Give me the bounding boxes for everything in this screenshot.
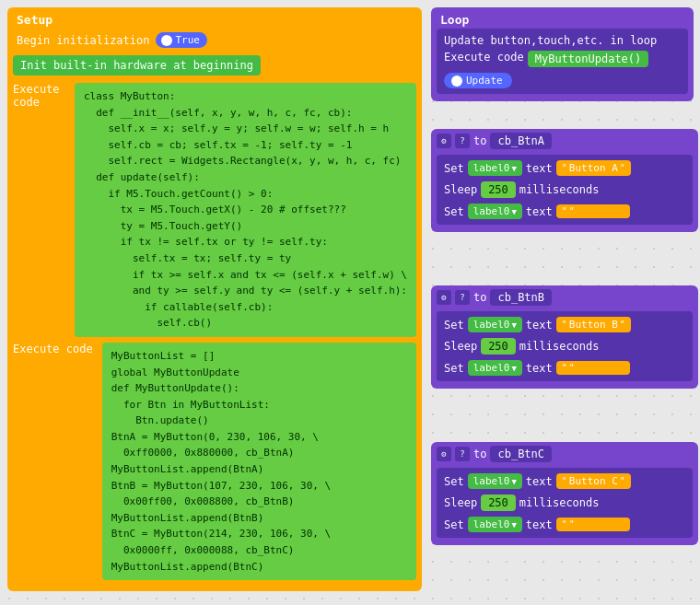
- func-header-c: ⚙ ? to cb_BtnC: [437, 446, 693, 462]
- dropdown-arrow-a2: ▼: [511, 207, 516, 216]
- sleep-row-a: Sleep 250 milliseconds: [444, 181, 685, 198]
- quote-c2-open: ": [562, 519, 567, 529]
- loop-title: Loop: [437, 11, 688, 29]
- loop-exec-row: Execute code MyButtonUpdate(): [444, 51, 681, 67]
- var-dropdown-b1[interactable]: label0 ▼: [468, 317, 522, 332]
- quote-a1-open: ": [562, 163, 567, 173]
- quote-a2-open: ": [562, 206, 567, 216]
- func-name-c[interactable]: cb_BtnC: [490, 446, 552, 462]
- question-icon-a: ?: [455, 134, 470, 148]
- toggle-circle: [161, 35, 172, 46]
- var-name-b2: label0: [473, 362, 510, 374]
- loop-inner: Update button,touch,etc. in loop Execute…: [437, 29, 688, 94]
- sleep-label-c: Sleep: [444, 496, 477, 509]
- set-label-b1: Set: [444, 319, 464, 332]
- set-row-c1: Set label0 ▼ text " Button C ": [444, 473, 685, 489]
- sleep-value-b[interactable]: 250: [481, 338, 516, 355]
- set-label-b2: Set: [444, 362, 464, 375]
- set-label-c2: Set: [444, 518, 464, 531]
- var-name-c1: label0: [473, 475, 510, 487]
- init-hardware-label: Init built-in hardware at beginning: [13, 55, 261, 76]
- set-row-b1: Set label0 ▼ text " Button B ": [444, 317, 685, 332]
- dropdown-arrow-c1: ▼: [511, 477, 516, 486]
- begin-init-toggle[interactable]: True: [156, 32, 208, 48]
- func-to-c: to: [473, 448, 486, 460]
- var-dropdown-a2[interactable]: label0 ▼: [468, 204, 522, 219]
- sleep-label-a: Sleep: [444, 183, 477, 196]
- func-name-a[interactable]: cb_BtnA: [490, 133, 552, 149]
- func-block-c: ⚙ ? to cb_BtnC Set label0 ▼ text " Butto…: [431, 442, 698, 545]
- loop-update-text: Update button,touch,etc. in loop: [444, 34, 681, 47]
- quote-c1-open: ": [562, 476, 567, 486]
- set-row-a2: Set label0 ▼ text " ": [444, 204, 685, 219]
- button-text-a: Button A: [569, 162, 618, 174]
- question-icon-b: ?: [455, 290, 470, 305]
- func-inner-a: Set label0 ▼ text " Button A " Sleep 250…: [437, 155, 693, 225]
- string-box-b1: " Button B ": [556, 317, 631, 332]
- quote-b1-open: ": [562, 320, 567, 330]
- text-label-a2: text: [526, 205, 553, 218]
- func-block-a: ⚙ ? to cb_BtnA Set label0 ▼ text " Butto…: [431, 129, 698, 232]
- func-name-b[interactable]: cb_BtnB: [490, 289, 552, 306]
- begin-init-row: Begin initialization True: [13, 32, 416, 48]
- execute-row-1: Execute code class MyButton: def __init_…: [13, 83, 416, 337]
- set-row-c2: Set label0 ▼ text " ": [444, 517, 685, 532]
- button-text-c: Button C: [569, 475, 618, 487]
- dropdown-arrow-b2: ▼: [511, 364, 516, 373]
- quote-c1-close: ": [620, 476, 625, 486]
- set-row-b2: Set label0 ▼ text " ": [444, 360, 685, 376]
- gear-icon-b: ⚙: [437, 290, 451, 305]
- var-dropdown-c1[interactable]: label0 ▼: [468, 473, 522, 489]
- var-name-b1: label0: [473, 319, 510, 331]
- func-to-a: to: [473, 134, 486, 147]
- update-toggle[interactable]: Update: [444, 73, 512, 88]
- update-btn-label: Update: [466, 75, 503, 87]
- quote-b1-close: ": [620, 320, 625, 330]
- setup-block: Setup Begin initialization True Init bui…: [7, 7, 422, 591]
- var-dropdown-a1[interactable]: label0 ▼: [468, 160, 522, 176]
- code-block-1[interactable]: class MyButton: def __init__(self, x, y,…: [75, 83, 416, 337]
- quote-b2-open: ": [562, 363, 567, 373]
- set-label-a2: Set: [444, 205, 464, 218]
- ms-label-c: milliseconds: [519, 496, 600, 509]
- var-dropdown-c2[interactable]: label0 ▼: [468, 517, 522, 532]
- sleep-value-c[interactable]: 250: [481, 494, 516, 511]
- string-box-a2-empty: " ": [556, 204, 630, 218]
- sleep-value-a[interactable]: 250: [481, 181, 516, 198]
- set-row-a1: Set label0 ▼ text " Button A ": [444, 160, 685, 176]
- loop-execute-value[interactable]: MyButtonUpdate(): [528, 51, 649, 67]
- set-label-a1: Set: [444, 162, 464, 175]
- func-header-a: ⚙ ? to cb_BtnA: [437, 133, 693, 149]
- text-label-b1: text: [526, 319, 553, 332]
- var-dropdown-b2[interactable]: label0 ▼: [468, 360, 522, 376]
- code-block-2[interactable]: MyButtonList = [] global MyButtonUpdate …: [102, 343, 416, 580]
- text-label-a1: text: [526, 162, 553, 175]
- begin-init-label: Begin initialization: [17, 34, 150, 47]
- setup-title: Setup: [13, 11, 416, 29]
- dropdown-arrow-b1: ▼: [511, 320, 516, 330]
- dropdown-arrow-a1: ▼: [511, 164, 516, 173]
- loop-execute-label: Execute code: [444, 51, 524, 64]
- toggle-value: True: [176, 34, 201, 46]
- quote-a1-close: ": [620, 163, 625, 173]
- text-label-b2: text: [526, 362, 553, 375]
- var-name-c2: label0: [473, 518, 510, 530]
- dropdown-arrow-c2: ▼: [511, 520, 516, 529]
- var-name-a1: label0: [473, 162, 510, 174]
- quote-a2-close: ": [569, 206, 575, 216]
- quote-c2-close: ": [569, 519, 575, 529]
- ms-label-a: milliseconds: [519, 183, 600, 196]
- loop-block: Loop Update button,touch,etc. in loop Ex…: [431, 7, 694, 101]
- func-inner-b: Set label0 ▼ text " Button B " Sleep 250…: [437, 311, 693, 381]
- execute-label-1: Execute code: [13, 83, 65, 109]
- string-box-c1: " Button C ": [556, 473, 631, 489]
- text-label-c2: text: [526, 518, 553, 531]
- var-name-a2: label0: [473, 205, 510, 217]
- text-label-c1: text: [526, 475, 553, 488]
- func-to-b: to: [473, 291, 486, 304]
- update-toggle-circle: [451, 76, 462, 87]
- func-inner-c: Set label0 ▼ text " Button C " Sleep 250…: [437, 468, 693, 538]
- string-box-a1: " Button A ": [556, 160, 631, 176]
- sleep-row-b: Sleep 250 milliseconds: [444, 338, 685, 355]
- sleep-row-c: Sleep 250 milliseconds: [444, 494, 685, 511]
